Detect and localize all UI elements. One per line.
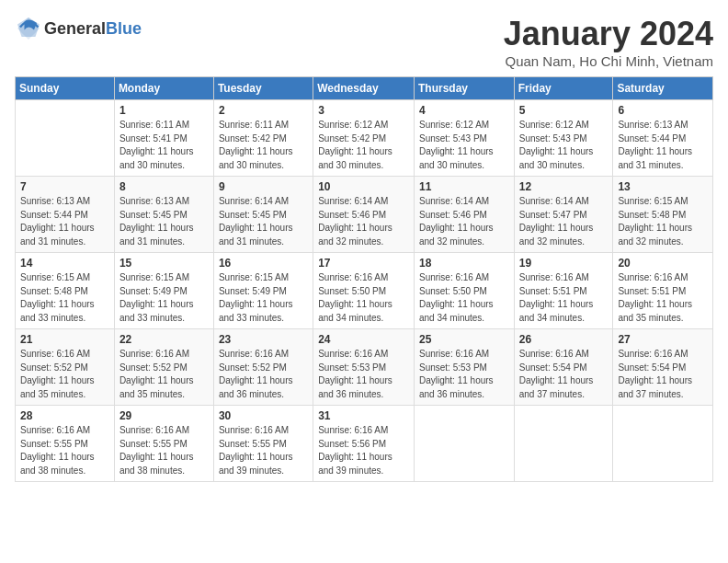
day-info: Sunrise: 6:14 AMSunset: 5:45 PMDaylight:… xyxy=(219,195,308,248)
calendar-cell: 21Sunrise: 6:16 AMSunset: 5:52 PMDayligh… xyxy=(16,329,115,406)
calendar-cell: 13Sunrise: 6:15 AMSunset: 5:48 PMDayligh… xyxy=(613,177,713,253)
day-info: Sunrise: 6:16 AMSunset: 5:50 PMDaylight:… xyxy=(419,271,509,325)
calendar-cell: 12Sunrise: 6:14 AMSunset: 5:47 PMDayligh… xyxy=(514,177,613,253)
weekday-header: Friday xyxy=(514,77,613,100)
day-number: 21 xyxy=(20,333,109,346)
calendar-cell: 28Sunrise: 6:16 AMSunset: 5:55 PMDayligh… xyxy=(16,406,115,482)
logo-blue: Blue xyxy=(106,19,142,38)
day-number: 8 xyxy=(119,180,209,193)
calendar-cell: 20Sunrise: 6:16 AMSunset: 5:51 PMDayligh… xyxy=(613,253,713,329)
calendar-table: SundayMondayTuesdayWednesdayThursdayFrid… xyxy=(15,76,713,482)
logo-icon xyxy=(15,15,42,42)
day-number: 28 xyxy=(20,409,109,422)
calendar-cell: 24Sunrise: 6:16 AMSunset: 5:53 PMDayligh… xyxy=(313,329,415,406)
calendar-cell xyxy=(414,406,514,482)
calendar-cell: 23Sunrise: 6:16 AMSunset: 5:52 PMDayligh… xyxy=(213,329,313,406)
day-info: Sunrise: 6:12 AMSunset: 5:42 PMDaylight:… xyxy=(318,119,409,172)
calendar-cell: 17Sunrise: 6:16 AMSunset: 5:50 PMDayligh… xyxy=(313,253,415,329)
day-number: 24 xyxy=(318,333,409,346)
day-number: 1 xyxy=(119,104,209,117)
day-info: Sunrise: 6:16 AMSunset: 5:51 PMDaylight:… xyxy=(519,271,609,325)
day-number: 12 xyxy=(519,180,609,193)
calendar-cell: 16Sunrise: 6:15 AMSunset: 5:49 PMDayligh… xyxy=(213,253,313,329)
day-info: Sunrise: 6:16 AMSunset: 5:54 PMDaylight:… xyxy=(519,348,609,401)
calendar-cell: 11Sunrise: 6:14 AMSunset: 5:46 PMDayligh… xyxy=(414,177,514,253)
day-info: Sunrise: 6:13 AMSunset: 5:44 PMDaylight:… xyxy=(618,119,708,172)
day-number: 11 xyxy=(419,180,509,193)
calendar-week-row: 14Sunrise: 6:15 AMSunset: 5:48 PMDayligh… xyxy=(16,253,713,329)
day-info: Sunrise: 6:16 AMSunset: 5:53 PMDaylight:… xyxy=(318,348,409,401)
day-info: Sunrise: 6:14 AMSunset: 5:47 PMDaylight:… xyxy=(519,195,609,248)
day-info: Sunrise: 6:16 AMSunset: 5:52 PMDaylight:… xyxy=(219,348,308,401)
calendar-week-row: 7Sunrise: 6:13 AMSunset: 5:44 PMDaylight… xyxy=(16,177,713,253)
day-number: 25 xyxy=(419,333,509,346)
day-number: 26 xyxy=(519,333,609,346)
month-title: January 2024 xyxy=(504,15,713,53)
location-text: Quan Nam, Ho Chi Minh, Vietnam xyxy=(504,53,713,69)
calendar-week-row: 1Sunrise: 6:11 AMSunset: 5:41 PMDaylight… xyxy=(16,100,713,177)
day-info: Sunrise: 6:14 AMSunset: 5:46 PMDaylight:… xyxy=(419,195,509,248)
calendar-cell: 1Sunrise: 6:11 AMSunset: 5:41 PMDaylight… xyxy=(114,100,213,177)
day-info: Sunrise: 6:16 AMSunset: 5:53 PMDaylight:… xyxy=(419,348,509,401)
calendar-cell: 30Sunrise: 6:16 AMSunset: 5:55 PMDayligh… xyxy=(213,406,313,482)
day-info: Sunrise: 6:15 AMSunset: 5:49 PMDaylight:… xyxy=(119,271,209,325)
day-info: Sunrise: 6:16 AMSunset: 5:51 PMDaylight:… xyxy=(618,271,708,325)
calendar-cell: 5Sunrise: 6:12 AMSunset: 5:43 PMDaylight… xyxy=(514,100,613,177)
calendar-cell: 26Sunrise: 6:16 AMSunset: 5:54 PMDayligh… xyxy=(514,329,613,406)
day-info: Sunrise: 6:16 AMSunset: 5:56 PMDaylight:… xyxy=(318,424,409,477)
calendar-cell xyxy=(16,100,115,177)
weekday-header: Monday xyxy=(114,77,213,100)
calendar-cell: 10Sunrise: 6:14 AMSunset: 5:46 PMDayligh… xyxy=(313,177,415,253)
calendar-cell: 2Sunrise: 6:11 AMSunset: 5:42 PMDaylight… xyxy=(213,100,313,177)
day-info: Sunrise: 6:16 AMSunset: 5:55 PMDaylight:… xyxy=(119,424,209,477)
logo-text: GeneralBlue xyxy=(44,19,142,39)
day-info: Sunrise: 6:12 AMSunset: 5:43 PMDaylight:… xyxy=(519,119,609,172)
calendar-cell: 14Sunrise: 6:15 AMSunset: 5:48 PMDayligh… xyxy=(16,253,115,329)
day-number: 30 xyxy=(219,409,308,422)
day-number: 5 xyxy=(519,104,609,117)
day-info: Sunrise: 6:16 AMSunset: 5:52 PMDaylight:… xyxy=(20,348,109,401)
day-info: Sunrise: 6:16 AMSunset: 5:52 PMDaylight:… xyxy=(119,348,209,401)
weekday-header: Tuesday xyxy=(213,77,313,100)
weekday-header: Wednesday xyxy=(313,77,415,100)
day-number: 17 xyxy=(318,257,409,270)
weekday-row: SundayMondayTuesdayWednesdayThursdayFrid… xyxy=(16,77,713,100)
logo-general: General xyxy=(44,19,106,38)
day-info: Sunrise: 6:16 AMSunset: 5:50 PMDaylight:… xyxy=(318,271,409,325)
day-number: 3 xyxy=(318,104,409,117)
day-info: Sunrise: 6:11 AMSunset: 5:42 PMDaylight:… xyxy=(219,119,308,172)
day-info: Sunrise: 6:16 AMSunset: 5:55 PMDaylight:… xyxy=(20,424,109,477)
calendar-cell: 19Sunrise: 6:16 AMSunset: 5:51 PMDayligh… xyxy=(514,253,613,329)
day-number: 10 xyxy=(318,180,409,193)
calendar-cell xyxy=(514,406,613,482)
day-number: 27 xyxy=(618,333,708,346)
calendar-cell: 18Sunrise: 6:16 AMSunset: 5:50 PMDayligh… xyxy=(414,253,514,329)
calendar-cell: 8Sunrise: 6:13 AMSunset: 5:45 PMDaylight… xyxy=(114,177,213,253)
title-block: January 2024 Quan Nam, Ho Chi Minh, Viet… xyxy=(504,15,713,69)
day-number: 29 xyxy=(119,409,209,422)
calendar-cell xyxy=(613,406,713,482)
calendar-cell: 22Sunrise: 6:16 AMSunset: 5:52 PMDayligh… xyxy=(114,329,213,406)
day-info: Sunrise: 6:13 AMSunset: 5:44 PMDaylight:… xyxy=(20,195,109,248)
day-number: 31 xyxy=(318,409,409,422)
calendar-cell: 9Sunrise: 6:14 AMSunset: 5:45 PMDaylight… xyxy=(213,177,313,253)
day-number: 2 xyxy=(219,104,308,117)
day-info: Sunrise: 6:11 AMSunset: 5:41 PMDaylight:… xyxy=(119,119,209,172)
calendar-body: 1Sunrise: 6:11 AMSunset: 5:41 PMDaylight… xyxy=(16,100,713,482)
calendar-cell: 3Sunrise: 6:12 AMSunset: 5:42 PMDaylight… xyxy=(313,100,415,177)
calendar-cell: 4Sunrise: 6:12 AMSunset: 5:43 PMDaylight… xyxy=(414,100,514,177)
weekday-header: Thursday xyxy=(414,77,514,100)
weekday-header: Saturday xyxy=(613,77,713,100)
day-number: 16 xyxy=(219,257,308,270)
page-header: GeneralBlue January 2024 Quan Nam, Ho Ch… xyxy=(15,15,713,69)
weekday-header: Sunday xyxy=(16,77,115,100)
calendar-header: SundayMondayTuesdayWednesdayThursdayFrid… xyxy=(16,77,713,100)
day-info: Sunrise: 6:16 AMSunset: 5:55 PMDaylight:… xyxy=(219,424,308,477)
calendar-cell: 15Sunrise: 6:15 AMSunset: 5:49 PMDayligh… xyxy=(114,253,213,329)
logo: GeneralBlue xyxy=(15,15,142,42)
day-info: Sunrise: 6:12 AMSunset: 5:43 PMDaylight:… xyxy=(419,119,509,172)
day-number: 22 xyxy=(119,333,209,346)
calendar-cell: 27Sunrise: 6:16 AMSunset: 5:54 PMDayligh… xyxy=(613,329,713,406)
day-number: 19 xyxy=(519,257,609,270)
day-info: Sunrise: 6:15 AMSunset: 5:49 PMDaylight:… xyxy=(219,271,308,325)
